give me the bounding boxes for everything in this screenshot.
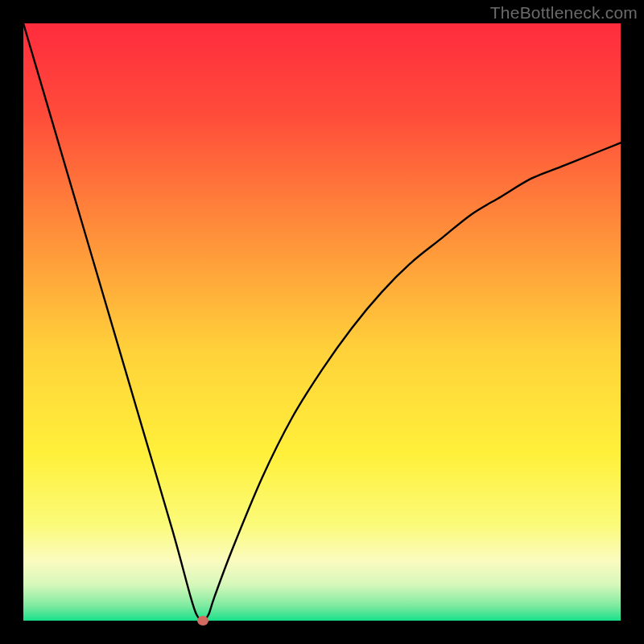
chart-plot-area xyxy=(23,23,621,621)
optimum-marker-icon xyxy=(197,616,208,625)
watermark-text: TheBottleneck.com xyxy=(490,3,638,23)
bottleneck-curve-line xyxy=(23,23,621,621)
chart-frame: TheBottleneck.com xyxy=(0,0,644,644)
chart-background-gradient xyxy=(23,23,621,621)
svg-rect-0 xyxy=(23,23,621,621)
